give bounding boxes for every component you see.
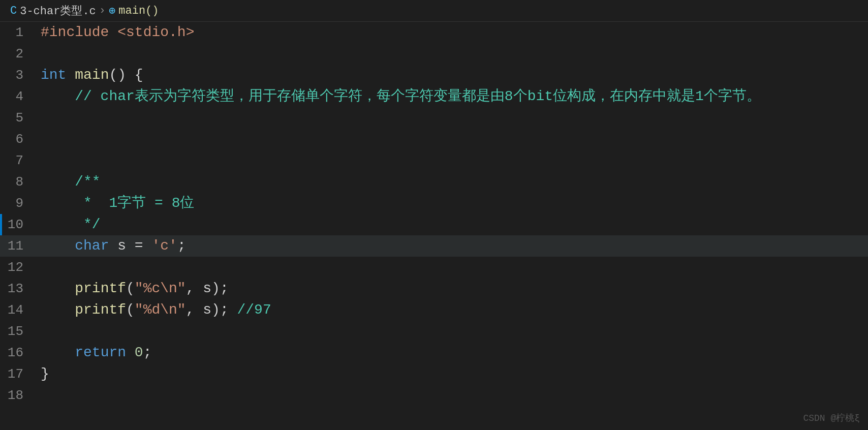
code-line: 7 bbox=[0, 150, 868, 171]
token bbox=[41, 281, 75, 296]
line-content bbox=[36, 129, 868, 150]
code-line: 9 * 1字节 = 8位 bbox=[0, 193, 868, 214]
token: // char表示为字符类型，用于存储单个字符，每个字符变量都是由8个bit位构… bbox=[41, 88, 761, 104]
token: printf bbox=[75, 302, 126, 318]
token: s = bbox=[109, 238, 151, 254]
token: main bbox=[75, 67, 109, 83]
token bbox=[66, 67, 75, 83]
breadcrumb-func-icon: ⊕ bbox=[109, 4, 115, 18]
line-content bbox=[36, 385, 868, 406]
line-number: 6 bbox=[0, 132, 36, 147]
token: */ bbox=[41, 217, 101, 232]
line-number: 17 bbox=[0, 366, 36, 382]
line-content: printf("%d\n", s); //97 bbox=[36, 299, 868, 321]
line-number: 1 bbox=[0, 25, 36, 40]
token: , s); bbox=[186, 281, 229, 296]
code-line: 10 */ bbox=[0, 214, 868, 235]
breadcrumb-filename: 3-char类型.c bbox=[20, 3, 96, 18]
line-content: * 1字节 = 8位 bbox=[36, 193, 868, 214]
line-content: } bbox=[36, 363, 868, 385]
breadcrumb-func: main() bbox=[118, 5, 159, 17]
line-number: 2 bbox=[0, 46, 36, 62]
token: () { bbox=[109, 67, 143, 83]
line-number: 7 bbox=[0, 153, 36, 168]
line-number: 3 bbox=[0, 68, 36, 83]
token: ; bbox=[143, 345, 152, 360]
watermark: CSDN @柠桃ξ bbox=[803, 412, 860, 424]
line-content: printf("%c\n", s); bbox=[36, 278, 868, 299]
token: } bbox=[41, 366, 49, 382]
token: 'c' bbox=[151, 238, 177, 254]
line-content: */ bbox=[36, 214, 868, 235]
line-number: 15 bbox=[0, 324, 36, 339]
token: 0 bbox=[135, 345, 143, 360]
code-line: 2 bbox=[0, 43, 868, 65]
code-line: 13 printf("%c\n", s); bbox=[0, 278, 868, 299]
line-content: /** bbox=[36, 171, 868, 193]
token: , s); bbox=[186, 302, 237, 318]
token: ( bbox=[126, 302, 135, 318]
code-line: 14 printf("%d\n", s); //97 bbox=[0, 299, 868, 321]
code-line: 12 bbox=[0, 257, 868, 278]
line-number: 18 bbox=[0, 388, 36, 403]
line-number: 9 bbox=[0, 196, 36, 211]
token: char bbox=[75, 238, 109, 254]
line-number: 8 bbox=[0, 174, 36, 190]
token bbox=[41, 238, 75, 254]
code-line: 6 bbox=[0, 129, 868, 150]
token bbox=[126, 345, 135, 360]
code-line: 15 bbox=[0, 321, 868, 342]
line-content bbox=[36, 321, 868, 342]
line-number: 4 bbox=[0, 89, 36, 104]
code-line: 3int main() { bbox=[0, 65, 868, 86]
token: #include <stdio.h> bbox=[41, 24, 194, 40]
line-number: 16 bbox=[0, 345, 36, 360]
line-number: 14 bbox=[0, 302, 36, 318]
token: * 1字节 = 8位 bbox=[41, 195, 194, 211]
line-content: char s = 'c'; bbox=[36, 235, 868, 257]
token bbox=[41, 345, 75, 360]
token: int bbox=[41, 67, 66, 83]
breadcrumb-c-icon: C bbox=[10, 5, 17, 17]
code-line: 16 return 0; bbox=[0, 342, 868, 363]
line-content: return 0; bbox=[36, 342, 868, 363]
line-number: 12 bbox=[0, 260, 36, 275]
token bbox=[41, 302, 75, 318]
line-number: 11 bbox=[0, 238, 36, 254]
token: "%d\n" bbox=[135, 302, 186, 318]
line-number: 10 bbox=[0, 217, 36, 232]
code-line: 4 // char表示为字符类型，用于存储单个字符，每个字符变量都是由8个bit… bbox=[0, 86, 868, 107]
token: printf bbox=[75, 281, 126, 296]
line-number: 5 bbox=[0, 110, 36, 126]
line-content: int main() { bbox=[36, 65, 868, 86]
code-line: 18 bbox=[0, 385, 868, 406]
breadcrumb-bar: C 3-char类型.c › ⊕ main() bbox=[0, 0, 868, 22]
token: "%c\n" bbox=[135, 281, 186, 296]
line-content bbox=[36, 150, 868, 171]
code-line: 1#include <stdio.h> bbox=[0, 22, 868, 43]
token: return bbox=[75, 345, 126, 360]
breadcrumb-separator: › bbox=[99, 5, 106, 17]
token: //97 bbox=[237, 302, 271, 318]
code-line: 5 bbox=[0, 107, 868, 129]
line-content bbox=[36, 107, 868, 129]
code-line: 17} bbox=[0, 363, 868, 385]
token: /** bbox=[41, 174, 101, 190]
line-content: #include <stdio.h> bbox=[36, 22, 868, 43]
token: ( bbox=[126, 281, 135, 296]
line-number: 13 bbox=[0, 281, 36, 296]
token: ; bbox=[177, 238, 186, 254]
code-line: 8 /** bbox=[0, 171, 868, 193]
code-line: 11 char s = 'c'; bbox=[0, 235, 868, 257]
line-content bbox=[36, 43, 868, 65]
line-content bbox=[36, 257, 868, 278]
line-content: // char表示为字符类型，用于存储单个字符，每个字符变量都是由8个bit位构… bbox=[36, 86, 868, 107]
code-container: 1#include <stdio.h>2 3int main() {4 // c… bbox=[0, 22, 868, 406]
